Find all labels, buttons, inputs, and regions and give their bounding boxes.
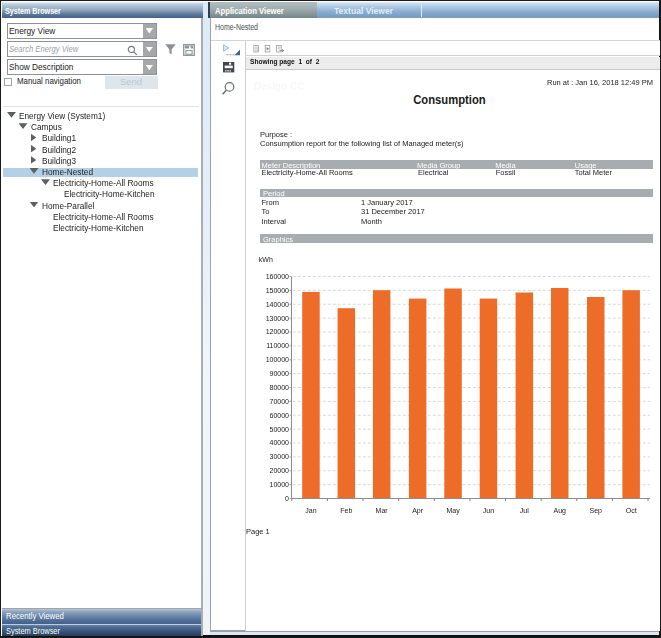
svg-text:20000: 20000	[270, 467, 290, 474]
svg-text:70000: 70000	[270, 398, 290, 405]
svg-text:Aug: Aug	[554, 507, 567, 515]
svg-text:Feb: Feb	[340, 507, 352, 514]
svg-text:100000: 100000	[266, 356, 289, 363]
svg-text:Jun: Jun	[483, 507, 494, 514]
svg-text:120000: 120000	[266, 328, 289, 335]
svg-text:140000: 140000	[266, 301, 289, 308]
svg-text:Mar: Mar	[376, 507, 389, 514]
svg-text:30000: 30000	[270, 453, 290, 460]
svg-text:90000: 90000	[270, 370, 290, 377]
svg-text:0: 0	[285, 495, 289, 502]
svg-text:May: May	[446, 507, 460, 515]
svg-text:Jan: Jan	[305, 507, 316, 514]
svg-text:80000: 80000	[270, 384, 290, 391]
svg-text:160000: 160000	[266, 273, 289, 280]
svg-text:40000: 40000	[270, 439, 290, 446]
svg-text:110000: 110000	[266, 342, 289, 349]
svg-text:50000: 50000	[270, 426, 290, 433]
svg-text:Sep: Sep	[590, 507, 603, 515]
svg-text:Jul: Jul	[520, 507, 529, 514]
svg-text:130000: 130000	[266, 315, 289, 322]
svg-text:150000: 150000	[266, 287, 289, 294]
svg-text:60000: 60000	[270, 412, 290, 419]
svg-text:10000: 10000	[270, 481, 290, 488]
svg-text:Oct: Oct	[626, 507, 637, 514]
svg-text:Apr: Apr	[412, 507, 424, 515]
